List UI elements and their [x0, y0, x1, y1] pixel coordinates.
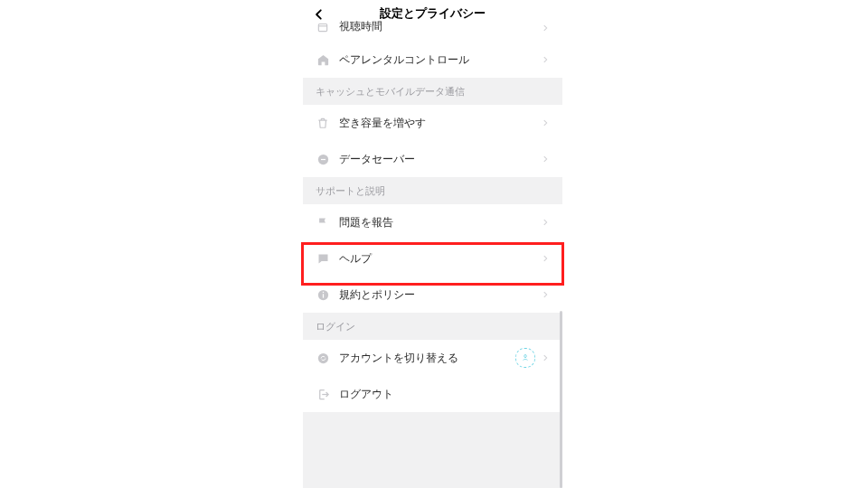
row-label: 問題を報告 — [339, 215, 541, 230]
section-label: ログイン — [316, 320, 355, 333]
row-parental-controls[interactable]: ペアレンタルコントロール — [303, 42, 562, 78]
spacer — [303, 412, 562, 466]
home-icon — [316, 52, 330, 67]
switch-account-icon — [316, 351, 330, 365]
row-label: 規約とポリシー — [339, 287, 541, 303]
row-terms-policy[interactable]: 規約とポリシー — [303, 277, 562, 313]
settings-list: 視聴時間 ペアレンタルコントロール キャッシュとモバイルデータ通信 — [303, 20, 562, 488]
chevron-right-icon — [541, 350, 550, 366]
row-label: ペアレンタルコントロール — [339, 52, 541, 68]
chevron-right-icon — [541, 115, 550, 131]
row-report-problem[interactable]: 問題を報告 — [303, 204, 562, 240]
row-logout[interactable]: ログアウト — [303, 376, 562, 412]
chat-icon — [316, 251, 330, 266]
row-peek[interactable]: 視聴時間 — [303, 20, 562, 42]
row-label: ヘルプ — [339, 251, 541, 267]
section-label: キャッシュとモバイルデータ通信 — [316, 85, 465, 99]
section-header-cache: キャッシュとモバイルデータ通信 — [303, 78, 562, 105]
clock-icon — [316, 20, 330, 34]
section-header-support: サポートと説明 — [303, 177, 562, 204]
chevron-right-icon — [541, 214, 550, 230]
data-saver-icon — [316, 152, 330, 166]
svg-rect-3 — [322, 294, 323, 297]
row-help[interactable]: ヘルプ — [303, 240, 562, 277]
svg-rect-0 — [318, 24, 326, 32]
row-data-saver[interactable]: データセーバー — [303, 141, 562, 177]
chevron-right-icon — [541, 250, 550, 267]
row-switch-account[interactable]: アカウントを切り替える — [303, 340, 562, 376]
row-label: アカウントを切り替える — [339, 351, 515, 366]
chevron-right-icon — [541, 151, 550, 167]
info-icon — [316, 287, 330, 302]
scrollbar[interactable] — [560, 311, 562, 488]
chevron-right-icon — [541, 20, 550, 36]
chevron-right-icon — [541, 286, 550, 303]
section-label: サポートと説明 — [316, 184, 385, 198]
row-label: 視聴時間 — [339, 20, 541, 34]
svg-point-5 — [317, 352, 327, 362]
chevron-right-icon — [541, 52, 550, 68]
row-free-space[interactable]: 空き容量を増やす — [303, 105, 562, 141]
settings-screen: 設定とプライバシー 視聴時間 ペアレンタルコントロール — [303, 0, 562, 488]
row-label: データセーバー — [339, 152, 541, 167]
flag-icon — [316, 215, 330, 230]
logout-icon — [316, 387, 330, 401]
svg-rect-4 — [322, 291, 323, 292]
row-label: 空き容量を増やす — [339, 116, 541, 131]
trash-icon — [316, 116, 330, 130]
account-chip — [515, 348, 535, 368]
section-header-login: ログイン — [303, 313, 562, 340]
row-label: ログアウト — [339, 387, 550, 402]
